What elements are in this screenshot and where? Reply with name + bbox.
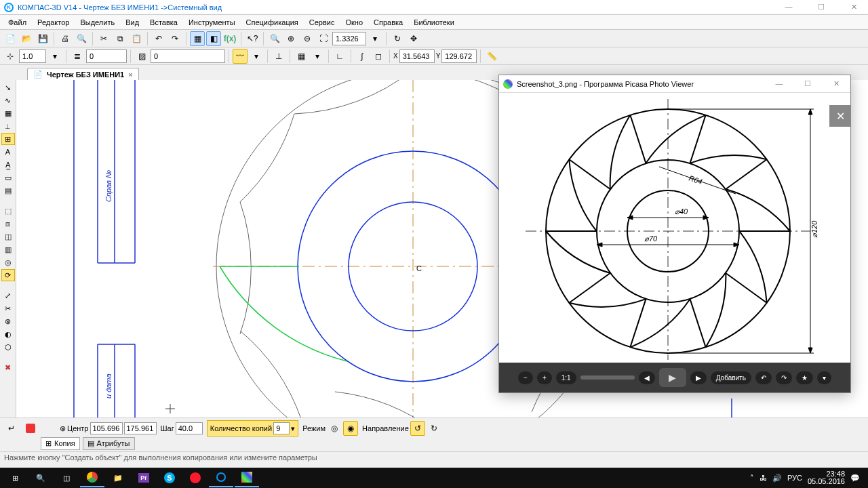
doctab[interactable]: 📄 Чертеж БЕЗ ИМЕНИ1 × bbox=[27, 68, 139, 80]
zoom-out-button[interactable]: ⊖ bbox=[300, 31, 315, 46]
picasa-slider[interactable] bbox=[580, 375, 635, 380]
vtool-17[interactable]: ⊗ bbox=[1, 315, 15, 327]
picasa-taskbar-icon[interactable] bbox=[235, 468, 259, 487]
create-object-button[interactable]: ↵ bbox=[4, 421, 19, 436]
dropdown-2[interactable]: ▾ bbox=[249, 49, 264, 64]
vtool-10[interactable]: ⬚ bbox=[1, 205, 15, 217]
maximize-button[interactable]: ☐ bbox=[811, 3, 831, 12]
zoom-in-button[interactable]: ⊕ bbox=[283, 31, 298, 46]
curve-button[interactable]: ∫ bbox=[355, 49, 370, 64]
vtool-1[interactable]: ↘ bbox=[1, 81, 15, 94]
layer-input[interactable] bbox=[86, 49, 127, 63]
grid-button[interactable]: ▦ bbox=[190, 31, 205, 46]
minimize-button[interactable]: — bbox=[778, 3, 799, 12]
print-button[interactable]: 🖨 bbox=[58, 31, 73, 46]
picasa-rotate-l[interactable]: ↶ bbox=[755, 371, 772, 384]
undo-button[interactable]: ↶ bbox=[151, 31, 166, 46]
vtool-16[interactable]: ✂ bbox=[1, 302, 15, 314]
snap-button[interactable]: ◧ bbox=[206, 31, 221, 46]
scale-dropdown[interactable]: ▾ bbox=[47, 49, 62, 64]
style-input[interactable] bbox=[151, 49, 225, 63]
menu-select[interactable]: Выделить bbox=[75, 17, 120, 28]
vtool-6[interactable]: A bbox=[1, 146, 15, 158]
vtool-18[interactable]: ◐ bbox=[1, 328, 15, 340]
ortho-button[interactable]: ⊥ bbox=[271, 49, 286, 64]
picasa-zoom-in[interactable]: + bbox=[537, 371, 552, 384]
dir-cw-button[interactable]: ↻ bbox=[427, 421, 441, 436]
scale-input[interactable] bbox=[19, 49, 46, 63]
copies-input[interactable] bbox=[273, 422, 290, 434]
grid-toggle-button[interactable]: ▦ bbox=[294, 49, 309, 64]
pan-button[interactable]: ✥ bbox=[406, 31, 421, 46]
menu-spec[interactable]: Спецификация bbox=[241, 17, 304, 28]
tray-notifications-icon[interactable]: 💬 bbox=[850, 474, 860, 483]
picasa-minimize[interactable]: — bbox=[769, 79, 789, 88]
vtool-13[interactable]: ▥ bbox=[1, 243, 15, 256]
menu-tools[interactable]: Инструменты bbox=[183, 17, 241, 28]
menu-insert[interactable]: Вставка bbox=[144, 17, 183, 28]
explorer-taskbar-icon[interactable]: 📁 bbox=[106, 468, 130, 487]
layer-icon[interactable]: ≣ bbox=[70, 49, 85, 64]
open-button[interactable]: 📂 bbox=[19, 31, 34, 46]
save-button[interactable]: 💾 bbox=[35, 31, 50, 46]
kompas-taskbar-icon[interactable] bbox=[209, 468, 233, 487]
step-input[interactable] bbox=[176, 422, 203, 434]
skype-taskbar-icon[interactable]: S bbox=[157, 468, 182, 487]
measure-button[interactable]: 📏 bbox=[484, 49, 499, 64]
preview-button[interactable]: 🔍 bbox=[74, 31, 89, 46]
coord-x-input[interactable] bbox=[399, 49, 435, 63]
vtool-3[interactable]: ▦ bbox=[1, 107, 15, 119]
fx-button[interactable]: f(x) bbox=[222, 31, 237, 46]
vtool-2[interactable]: ∿ bbox=[1, 94, 15, 106]
menu-service[interactable]: Сервис bbox=[304, 17, 340, 28]
line-style-button[interactable]: 〰 bbox=[233, 49, 248, 64]
picasa-zoom-11[interactable]: 1:1 bbox=[556, 371, 576, 384]
vtool-7[interactable]: A̲ bbox=[1, 159, 15, 171]
tray-clock[interactable]: 23:48 05.05.2016 bbox=[808, 470, 845, 485]
tab-copy[interactable]: ⊞Копия bbox=[41, 437, 80, 450]
center-y-input[interactable] bbox=[124, 422, 157, 434]
start-button[interactable]: ⊞ bbox=[3, 468, 27, 487]
menu-file[interactable]: Файл bbox=[3, 17, 32, 28]
center-x-input[interactable] bbox=[90, 422, 123, 434]
zoom-dropdown[interactable]: ▾ bbox=[368, 31, 382, 46]
vtool-15[interactable]: ⤢ bbox=[1, 289, 15, 302]
vtool-19[interactable]: ⬡ bbox=[1, 341, 15, 353]
picasa-play[interactable]: ▶ bbox=[659, 368, 686, 387]
zoom-window-button[interactable]: 🔍 bbox=[267, 31, 282, 46]
cursor-button[interactable]: ↖? bbox=[245, 31, 260, 46]
menu-view[interactable]: Вид bbox=[120, 17, 144, 28]
snap-mode-button[interactable]: ⊹ bbox=[3, 49, 18, 64]
mode-1-button[interactable]: ◎ bbox=[327, 421, 342, 436]
premiere-taskbar-icon[interactable]: Pr bbox=[132, 468, 156, 487]
close-button[interactable]: ✕ bbox=[844, 3, 864, 12]
menu-window[interactable]: Окно bbox=[340, 17, 368, 28]
zoom-input[interactable] bbox=[332, 32, 366, 45]
vtool-8[interactable]: ▭ bbox=[1, 171, 15, 184]
box-button[interactable]: ◻ bbox=[371, 49, 386, 64]
tray-up-icon[interactable]: ˄ bbox=[750, 474, 754, 483]
tab-attributes[interactable]: ▤Атрибуты bbox=[83, 437, 135, 450]
tray-network-icon[interactable]: 🖧 bbox=[760, 474, 767, 482]
coord-y-input[interactable] bbox=[441, 49, 477, 63]
doctab-close[interactable]: × bbox=[128, 70, 132, 79]
vtool-array[interactable]: ⊞ bbox=[1, 133, 15, 145]
chrome-taskbar-icon[interactable] bbox=[80, 468, 104, 487]
vtool-14[interactable]: ◎ bbox=[1, 256, 15, 268]
picasa-prev[interactable]: ◀ bbox=[639, 371, 655, 384]
vtool-9[interactable]: ▤ bbox=[1, 184, 15, 197]
redo-button[interactable]: ↷ bbox=[167, 31, 182, 46]
dir-ccw-button[interactable]: ↺ bbox=[410, 421, 425, 436]
hatch-icon[interactable]: ▨ bbox=[134, 49, 149, 64]
tray-volume-icon[interactable]: 🔊 bbox=[772, 474, 782, 483]
vtool-4[interactable]: ⟂ bbox=[1, 120, 15, 132]
angle-button[interactable]: ∟ bbox=[332, 49, 347, 64]
vtool-12[interactable]: ◫ bbox=[1, 230, 15, 243]
picasa-close-overlay[interactable]: ✕ bbox=[829, 105, 851, 127]
picasa-add[interactable]: Добавить bbox=[711, 371, 751, 384]
new-button[interactable]: 📄 bbox=[3, 31, 18, 46]
vtool-11[interactable]: ⧈ bbox=[1, 218, 15, 230]
picasa-star[interactable]: ★ bbox=[796, 371, 813, 384]
menu-lib[interactable]: Библиотеки bbox=[408, 17, 460, 28]
picasa-more[interactable]: ▾ bbox=[817, 371, 831, 384]
